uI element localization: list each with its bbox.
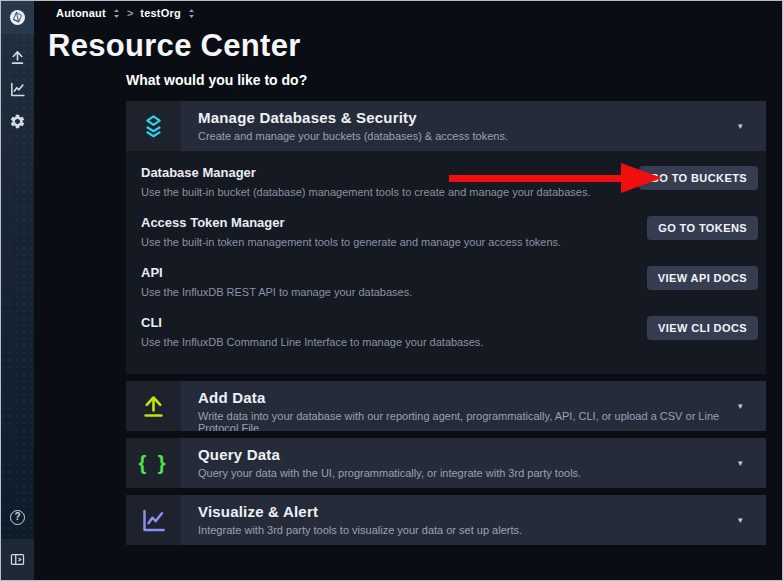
gear-icon <box>9 113 26 130</box>
manage-databases-header[interactable]: Manage Databases & Security Create and m… <box>126 101 766 151</box>
sidebar-nav <box>1 34 34 130</box>
influxdb-globe-icon <box>8 8 27 27</box>
chevron-down-icon[interactable]: ▾ <box>738 381 766 431</box>
section-title: Query Data <box>198 446 738 463</box>
view-cli-docs-button[interactable]: VIEW CLI DOCS <box>647 316 758 340</box>
upload-icon <box>9 49 26 66</box>
line-chart-icon <box>140 507 167 534</box>
org-switcher-icon[interactable] <box>188 8 195 19</box>
visualize-alert-header[interactable]: Visualize & Alert Integrate with 3rd par… <box>126 495 766 545</box>
account-switcher-icon[interactable] <box>113 8 120 19</box>
upload-icon <box>140 393 167 420</box>
resource-cards: Manage Databases & Security Create and m… <box>126 101 766 552</box>
chevron-down-icon[interactable]: ▾ <box>738 495 766 545</box>
sidebar: ? <box>1 1 34 580</box>
view-api-docs-button[interactable]: VIEW API DOCS <box>647 266 758 290</box>
section-description: Create and manage your buckets (database… <box>198 130 738 142</box>
section-manage-databases-security: Manage Databases & Security Create and m… <box>126 101 766 374</box>
layers-icon <box>140 113 167 140</box>
go-to-buckets-button[interactable]: GO TO BUCKETS <box>639 166 758 190</box>
detail-row-database-manager: Database Manager Use the built-in bucket… <box>126 162 766 212</box>
go-to-tokens-button[interactable]: GO TO TOKENS <box>647 216 758 240</box>
sidebar-bottom: ? <box>1 510 34 580</box>
section-description: Integrate with 3rd party tools to visual… <box>198 524 738 536</box>
detail-row-api: API Use the InfluxDB REST API to manage … <box>126 262 766 312</box>
curly-braces-icon: { } <box>138 452 168 475</box>
section-title: Visualize & Alert <box>198 503 738 520</box>
query-data-header[interactable]: { } Query Data Query your data with the … <box>126 438 766 488</box>
collapse-panel-button[interactable] <box>1 539 34 580</box>
section-add-data: Add Data Write data into your database w… <box>126 381 766 431</box>
breadcrumb-org[interactable]: testOrg <box>140 7 181 19</box>
add-data-header[interactable]: Add Data Write data into your database w… <box>126 381 766 431</box>
manage-databases-body: Database Manager Use the built-in bucket… <box>126 151 766 374</box>
sidebar-item-settings[interactable] <box>9 113 26 130</box>
breadcrumb-separator: > <box>127 7 133 19</box>
chevron-down-icon[interactable]: ▾ <box>738 101 766 151</box>
sidebar-item-load-data[interactable] <box>9 49 26 66</box>
detail-row-access-token-manager: Access Token Manager Use the built-in to… <box>126 212 766 262</box>
sidebar-item-data-explorer[interactable] <box>9 81 26 98</box>
help-icon[interactable]: ? <box>10 510 25 525</box>
section-title: Add Data <box>198 389 738 406</box>
page-subtitle: What would you like to do? <box>126 72 307 88</box>
line-chart-icon <box>9 81 26 98</box>
section-description: Write data into your database with our r… <box>198 410 738 431</box>
resource-center-screen: ? Autonaut > testOrg Resource Center Wha… <box>0 0 783 581</box>
influxdb-logo[interactable] <box>1 1 34 34</box>
breadcrumb: Autonaut > testOrg <box>56 5 195 21</box>
section-title: Manage Databases & Security <box>198 109 738 126</box>
panel-toggle-icon <box>9 551 26 568</box>
section-description: Query your data with the UI, programmati… <box>198 467 738 479</box>
section-visualize-alert: Visualize & Alert Integrate with 3rd par… <box>126 495 766 545</box>
section-query-data: { } Query Data Query your data with the … <box>126 438 766 488</box>
breadcrumb-account[interactable]: Autonaut <box>56 7 106 19</box>
detail-row-cli: CLI Use the InfluxDB Command Line Interf… <box>126 312 766 362</box>
page-title: Resource Center <box>48 28 301 64</box>
chevron-down-icon[interactable]: ▾ <box>738 438 766 488</box>
